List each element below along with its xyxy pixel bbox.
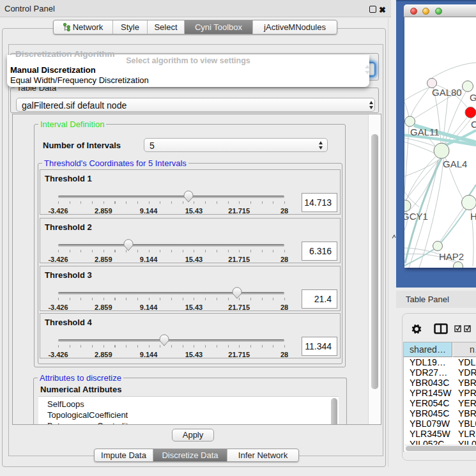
- svg-text:H: H: [470, 211, 476, 222]
- svg-text:GCY1: GCY1: [404, 211, 428, 222]
- svg-text:C: C: [471, 119, 476, 130]
- svg-text:GAL4: GAL4: [443, 158, 467, 169]
- svg-text:GA: GA: [470, 92, 476, 103]
- svg-text:HAP2: HAP2: [439, 251, 464, 262]
- svg-text:GAL80: GAL80: [432, 87, 462, 98]
- svg-text:GAL11: GAL11: [410, 127, 440, 137]
